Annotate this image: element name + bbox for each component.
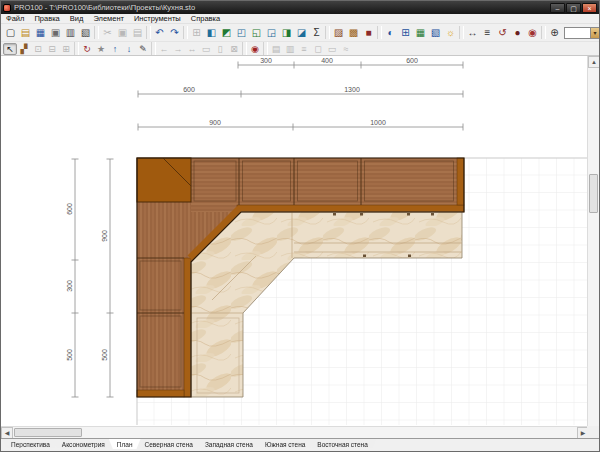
dimensions-button[interactable]: ▥ <box>283 43 297 55</box>
render-colors-button[interactable]: ◉ <box>525 25 540 40</box>
render-quality-button[interactable]: ● <box>510 25 525 40</box>
snap-center-button[interactable]: ★ <box>94 43 108 55</box>
align-bottom-button[interactable]: ▯ <box>213 43 227 55</box>
menu-item-Справка[interactable]: Справка <box>186 14 225 23</box>
corner-cabinet-top[interactable] <box>137 158 191 202</box>
toolbar-separator <box>146 26 151 39</box>
horizontal-scroll-thumb[interactable] <box>14 428 82 437</box>
show-grid-button[interactable]: ⊞ <box>398 25 413 40</box>
scroll-up-arrow[interactable]: ▲ <box>588 56 600 68</box>
select-area-button[interactable]: ⊡ <box>31 43 45 55</box>
dim-label: 400 <box>321 57 333 64</box>
move-down-button[interactable]: ↓ <box>122 43 136 55</box>
menu-item-Элемент[interactable]: Элемент <box>88 14 129 23</box>
menu-item-Правка[interactable]: Правка <box>29 14 64 23</box>
show-textures-button[interactable]: ▦ <box>413 25 428 40</box>
menu-item-Вид[interactable]: Вид <box>65 14 89 23</box>
vertical-scroll-thumb[interactable] <box>589 174 598 213</box>
notes-button[interactable]: ◻ <box>311 43 325 55</box>
properties-button[interactable]: ▤ <box>269 43 283 55</box>
dropdown-arrow-icon[interactable]: ▾ <box>590 28 599 38</box>
view-south-wall-button[interactable]: ◨ <box>279 25 294 40</box>
dim-label: 900 <box>209 119 221 126</box>
restore-button[interactable]: ▢ <box>566 3 581 13</box>
view-tab-label: Аксонометрия <box>62 441 105 448</box>
close-button[interactable]: × <box>582 3 597 13</box>
select-tool-button[interactable]: ↖ <box>3 43 17 55</box>
element-list-button[interactable]: ≡ <box>480 25 495 40</box>
page-setup-button[interactable]: ▣ <box>48 25 63 40</box>
prices-button[interactable]: ≈ <box>339 43 353 55</box>
view-plan-button[interactable]: ◰ <box>234 25 249 40</box>
app-icon <box>3 4 11 12</box>
report-button[interactable]: ≡ <box>297 43 311 55</box>
dim-label: 900 <box>101 230 108 242</box>
view-axonometry-button[interactable]: ◩ <box>219 25 234 40</box>
align-left-button[interactable]: ← <box>157 43 171 55</box>
ungroup-button[interactable]: ⊞ <box>59 43 73 55</box>
group-button[interactable]: ⊟ <box>45 43 59 55</box>
design-canvas[interactable]: 300 400 600 600 1300 900 1000 600 300 50… <box>1 56 589 426</box>
vertical-scrollbar[interactable]: ▲ ▼ <box>587 56 599 438</box>
collision-check-button[interactable]: ◉ <box>248 43 262 55</box>
undo-button[interactable]: ↶ <box>152 25 167 40</box>
toolbar-separator <box>377 26 382 39</box>
dim-label: 500 <box>66 349 73 361</box>
show-lighting-button[interactable]: ☼ <box>443 25 458 40</box>
view-tab-label: Северная стена <box>145 441 193 448</box>
zoom-in-button[interactable]: ⊕ <box>547 25 562 40</box>
toolbar-separator <box>183 26 188 39</box>
materials-button[interactable]: ▭ <box>325 43 339 55</box>
zoom-level-combo[interactable]: ▾ <box>564 27 600 39</box>
align-right-button[interactable]: → <box>171 43 185 55</box>
open-file-button[interactable]: ▤ <box>18 25 33 40</box>
toolbar-separator <box>242 42 247 55</box>
show-dimensions-button[interactable]: ↔ <box>465 25 480 40</box>
delete-element-button[interactable]: ⊠ <box>227 43 241 55</box>
menu-bar: ФайлПравкаВидЭлементИнструментыСправка <box>1 14 599 24</box>
view-east-wall-button[interactable]: ◪ <box>294 25 309 40</box>
copy-button[interactable]: ▣ <box>115 25 130 40</box>
move-up-button[interactable]: ↑ <box>108 43 122 55</box>
cut-button[interactable]: ✂ <box>100 25 115 40</box>
view-west-wall-button[interactable]: ◲ <box>264 25 279 40</box>
toolbar-separator <box>151 42 156 55</box>
view-tab-bar: ПерспективаАксонометрияПланСеверная стен… <box>1 438 599 448</box>
view-tab-План[interactable]: План <box>109 439 141 449</box>
element-library-button[interactable]: ▨ <box>331 25 346 40</box>
menu-item-Инструменты[interactable]: Инструменты <box>129 14 186 23</box>
view-north-wall-button[interactable]: ◱ <box>249 25 264 40</box>
show-edges-button[interactable]: ▧ <box>428 25 443 40</box>
save-file-button[interactable]: ▦ <box>33 25 48 40</box>
rotate-element-button[interactable]: ↻ <box>80 43 94 55</box>
print-button[interactable]: ▥ <box>63 25 78 40</box>
view-tab-label: Южная стена <box>265 441 305 448</box>
paste-button[interactable]: ▤ <box>130 25 145 40</box>
edit-element-button[interactable]: ✎ <box>136 43 150 55</box>
view-tab-label: Восточная стена <box>317 441 367 448</box>
align-top-button[interactable]: ▭ <box>199 43 213 55</box>
minimize-button[interactable]: – <box>550 3 565 13</box>
material-library-button[interactable]: ▩ <box>346 25 361 40</box>
redo-button[interactable]: ↷ <box>167 25 182 40</box>
menu-item-Файл[interactable]: Файл <box>1 14 29 23</box>
color-library-button[interactable]: ■ <box>361 25 376 40</box>
toolbar-separator <box>459 26 464 39</box>
dim-label: 300 <box>66 280 73 292</box>
price-report-button[interactable]: Σ <box>309 25 324 40</box>
align-width-button[interactable]: ↔ <box>185 43 199 55</box>
status-bar <box>1 448 599 452</box>
new-file-button[interactable]: ▢ <box>3 25 18 40</box>
walkthrough-button[interactable]: ↺ <box>495 25 510 40</box>
paint-tool-button[interactable]: ▞ <box>17 43 31 55</box>
dim-label: 300 <box>260 57 272 64</box>
horizontal-scrollbar[interactable]: ◀ ▶ <box>1 426 589 438</box>
new-window-button[interactable]: ⊞ <box>189 25 204 40</box>
view-tab-label: План <box>117 441 133 448</box>
plan-view-drawing[interactable]: 300 400 600 600 1300 900 1000 600 300 50… <box>1 56 589 426</box>
view-perspective-button[interactable]: ◧ <box>204 25 219 40</box>
print-preview-button[interactable]: ▧ <box>78 25 93 40</box>
scrollbar-corner <box>587 426 599 438</box>
dim-label: 500 <box>101 349 108 361</box>
show-fronts-button[interactable]: ◐ <box>383 25 398 40</box>
